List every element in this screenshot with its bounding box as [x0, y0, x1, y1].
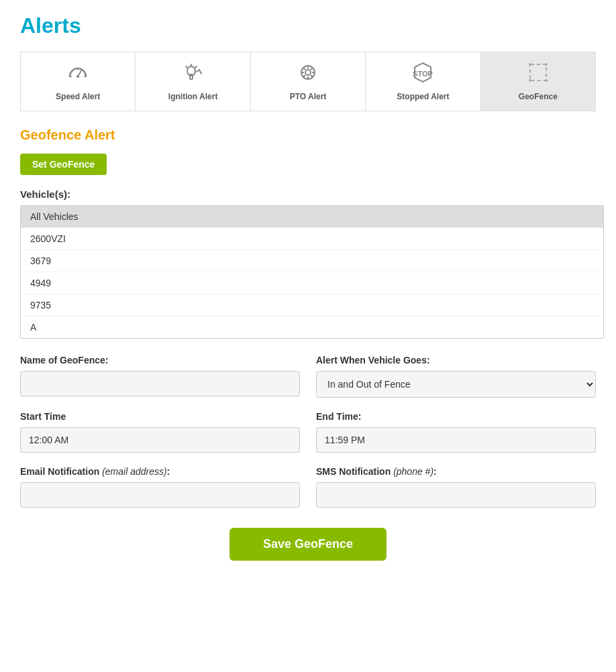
set-geofence-button[interactable]: Set GeoFence — [20, 154, 107, 175]
section-title: Geofence Alert — [20, 127, 596, 143]
sms-input[interactable] — [316, 482, 596, 508]
sms-label-suffix: : — [433, 466, 437, 477]
sms-label-em: (phone #) — [393, 466, 433, 477]
svg-line-9 — [195, 66, 197, 68]
svg-point-1 — [76, 75, 79, 78]
email-label-em: (email address) — [102, 466, 166, 477]
start-time-col: Start Time — [20, 411, 300, 453]
email-label-text: Email Notification — [20, 466, 99, 477]
email-col: Email Notification (email address): — [20, 466, 300, 508]
svg-rect-24 — [530, 64, 546, 80]
ignition-icon — [183, 62, 204, 88]
svg-line-19 — [311, 75, 313, 77]
svg-point-25 — [529, 63, 531, 66]
svg-point-27 — [529, 79, 531, 82]
tab-ignition[interactable]: Ignition Alert — [136, 52, 250, 111]
tab-pto-label: PTO Alert — [290, 92, 327, 101]
end-time-input[interactable] — [316, 427, 596, 453]
geofence-name-input[interactable] — [20, 371, 300, 396]
end-time-label: End Time: — [316, 411, 596, 422]
alert-when-label: Alert When Vehicle Goes: — [316, 355, 596, 366]
email-label: Email Notification (email address): — [20, 466, 300, 477]
start-time-input[interactable] — [20, 427, 300, 453]
geofence-icon — [527, 62, 549, 88]
sms-label: SMS Notification (phone #): — [316, 466, 596, 477]
form-row-1: Name of GeoFence: Alert When Vehicle Goe… — [20, 355, 596, 398]
save-geofence-button[interactable]: Save GeoFence — [229, 528, 387, 561]
list-item[interactable]: 3679 — [21, 250, 603, 272]
tab-stopped-label: Stopped Alert — [397, 92, 449, 101]
alert-when-col: Alert When Vehicle Goes: In and Out of F… — [316, 355, 596, 398]
stopped-icon: STOP — [412, 62, 433, 88]
tab-ignition-label: Ignition Alert — [168, 92, 218, 101]
svg-line-11 — [199, 70, 201, 74]
form-row-2: Start Time End Time: — [20, 411, 596, 453]
save-btn-container: Save GeoFence — [20, 528, 596, 561]
list-item[interactable]: 2600VZI — [21, 228, 603, 250]
svg-line-20 — [311, 68, 313, 70]
tab-speed[interactable]: Speed Alert — [21, 52, 136, 111]
email-input[interactable] — [20, 482, 300, 508]
start-time-label: Start Time — [20, 411, 300, 422]
tab-stopped[interactable]: STOP Stopped Alert — [366, 52, 480, 111]
vehicles-label: Vehicle(s): — [20, 188, 596, 200]
svg-point-28 — [545, 79, 548, 82]
tab-bar: Speed Alert Ignition Alert — [20, 52, 596, 111]
svg-point-26 — [545, 63, 548, 66]
vehicle-list[interactable]: All Vehicles 2600VZI 3679 4949 9735 A — [20, 205, 604, 339]
svg-text:STOP: STOP — [413, 70, 433, 78]
page-title: Alerts — [20, 13, 596, 38]
tab-speed-label: Speed Alert — [56, 92, 100, 101]
list-item[interactable]: 4949 — [21, 272, 603, 294]
svg-line-21 — [303, 75, 305, 77]
list-item[interactable]: 9735 — [21, 294, 603, 317]
tab-geofence-label: GeoFence — [519, 92, 558, 101]
form-row-3: Email Notification (email address): SMS … — [20, 466, 596, 508]
pto-icon — [297, 62, 319, 88]
tab-pto[interactable]: PTO Alert — [251, 52, 366, 111]
list-item[interactable]: A — [21, 317, 603, 338]
svg-line-8 — [186, 66, 187, 68]
speed-icon — [67, 62, 89, 88]
geofence-name-label: Name of GeoFence: — [20, 355, 300, 366]
tab-geofence[interactable]: GeoFence — [481, 52, 595, 111]
alert-when-select[interactable]: In and Out of Fence Into Fence Out of Fe… — [316, 371, 596, 398]
svg-point-13 — [305, 70, 311, 75]
sms-label-text: SMS Notification — [316, 466, 391, 477]
sms-col: SMS Notification (phone #): — [316, 466, 596, 508]
svg-line-18 — [303, 68, 305, 70]
email-label-suffix: : — [167, 466, 170, 477]
geofence-name-col: Name of GeoFence: — [20, 355, 300, 398]
list-item[interactable]: All Vehicles — [21, 206, 603, 228]
end-time-col: End Time: — [316, 411, 596, 453]
